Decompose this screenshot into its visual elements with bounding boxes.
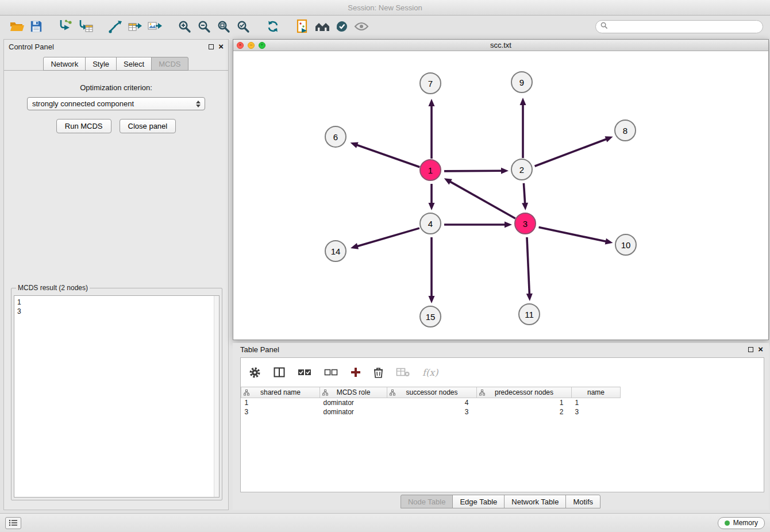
tab-node-table[interactable]: Node Table — [401, 495, 453, 508]
edge-2-8[interactable] — [535, 139, 607, 167]
search-icon — [600, 22, 608, 31]
table-cell[interactable]: 2 — [477, 407, 572, 417]
graph-node-7[interactable]: 7 — [419, 72, 441, 94]
run-mcds-button[interactable]: Run MCDS — [56, 119, 111, 133]
table-cell[interactable]: 1 — [241, 398, 320, 407]
edge-3-10[interactable] — [539, 228, 607, 242]
close-table-panel-icon[interactable]: × — [758, 346, 763, 352]
table-cell[interactable]: 3 — [572, 407, 621, 417]
close-panel-button[interactable]: Close panel — [120, 119, 176, 133]
table-cell[interactable]: 3 — [387, 407, 477, 417]
mcds-result-item: 1 — [17, 298, 216, 307]
zoom-selected-icon[interactable] — [233, 18, 253, 35]
edge-1-2[interactable] — [444, 171, 502, 171]
search-box[interactable] — [595, 20, 763, 33]
select-all-rows-icon[interactable] — [298, 368, 311, 376]
edge-3-1[interactable] — [449, 182, 515, 219]
table-panel: Table Panel × — [233, 343, 769, 510]
export-table-icon[interactable] — [125, 18, 145, 35]
zoom-fit-icon[interactable] — [214, 18, 233, 35]
window-titlebar: Session: New Session — [0, 0, 770, 16]
tab-select[interactable]: Select — [116, 57, 152, 71]
arrowhead-icon — [522, 203, 528, 210]
graph-node-4[interactable]: 4 — [419, 213, 441, 234]
edge-3-11[interactable] — [527, 237, 529, 295]
memory-button[interactable]: Memory — [718, 517, 765, 529]
edge-4-14[interactable] — [357, 228, 419, 246]
float-table-panel-icon[interactable] — [748, 347, 753, 352]
result-scrollbar[interactable] — [214, 296, 219, 497]
dropdown-selected-value: strongly connected component — [32, 99, 194, 108]
column-header-predecessor-nodes[interactable]: predecessor nodes — [477, 387, 572, 398]
edge-2-3[interactable] — [523, 183, 525, 204]
column-header-shared-name[interactable]: shared name — [241, 387, 320, 398]
column-header-name[interactable]: name — [572, 387, 621, 398]
save-session-icon[interactable] — [26, 18, 46, 35]
home-icon[interactable] — [313, 18, 332, 35]
network-canvas[interactable]: 7968124314101511 — [233, 51, 768, 340]
tab-motifs[interactable]: Motifs — [565, 495, 600, 508]
show-panel-list-button[interactable] — [5, 517, 21, 529]
deselect-all-rows-icon[interactable] — [324, 368, 338, 376]
table-cell[interactable]: 1 — [572, 398, 621, 407]
arrowhead-icon — [526, 294, 533, 301]
table-cell[interactable]: dominator — [320, 398, 387, 407]
column-header-successor-nodes[interactable]: successor nodes — [387, 387, 477, 398]
table-header-row: shared name MCDS role successor nodes pr… — [241, 387, 621, 398]
arrowhead-icon — [520, 98, 526, 105]
memory-button-label: Memory — [733, 519, 758, 527]
table-row[interactable]: 3dominator323 — [241, 407, 621, 417]
import-table-icon[interactable] — [76, 18, 95, 35]
table-cell[interactable]: 4 — [387, 398, 477, 407]
graph-node-10[interactable]: 10 — [615, 234, 637, 256]
table-cell[interactable]: 1 — [477, 398, 572, 407]
tab-mcds[interactable]: MCDS — [151, 57, 188, 71]
table-settings-icon[interactable] — [249, 367, 261, 379]
graph-node-1[interactable]: 1 — [419, 159, 441, 181]
float-panel-icon[interactable] — [209, 44, 214, 49]
table-toolbar: f(x) — [241, 358, 764, 387]
cybrowser-icon[interactable] — [293, 18, 313, 35]
mcds-result-title: MCDS result (2 nodes) — [16, 284, 90, 292]
tab-network-table[interactable]: Network Table — [504, 495, 566, 508]
validate-style-icon[interactable] — [332, 18, 352, 35]
show-columns-icon[interactable] — [274, 367, 285, 377]
status-bar: Memory — [0, 513, 770, 532]
refresh-icon[interactable] — [263, 18, 283, 35]
table-row[interactable]: 1dominator411 — [241, 398, 621, 407]
edge-1-6[interactable] — [356, 145, 419, 167]
tab-network[interactable]: Network — [43, 57, 86, 71]
network-from-selection-icon[interactable] — [106, 18, 125, 35]
delete-column-icon[interactable] — [374, 367, 383, 378]
control-panel: Control Panel × Network Style Select MCD… — [3, 39, 229, 510]
graph-node-2[interactable]: 2 — [511, 159, 533, 180]
search-input[interactable] — [611, 22, 758, 30]
function-builder-icon[interactable]: f(x) — [422, 367, 438, 378]
add-column-icon[interactable] — [351, 367, 361, 377]
graph-node-15[interactable]: 15 — [419, 306, 441, 327]
optimization-criterion-label: Optimization criterion: — [4, 83, 228, 92]
show-graphics-details-icon[interactable] — [352, 18, 371, 35]
zoom-in-icon[interactable] — [175, 18, 194, 35]
optimization-dropdown[interactable]: strongly connected component — [27, 97, 205, 110]
column-header-mcds-role[interactable]: MCDS role — [320, 387, 387, 398]
graph-node-6[interactable]: 6 — [325, 126, 346, 148]
graph-node-11[interactable]: 11 — [518, 303, 540, 325]
export-image-icon[interactable] — [145, 18, 164, 35]
tab-style[interactable]: Style — [85, 57, 117, 71]
tab-edge-table[interactable]: Edge Table — [452, 495, 505, 508]
graph-node-3[interactable]: 3 — [514, 213, 536, 234]
close-panel-icon[interactable]: × — [218, 44, 224, 49]
mcds-result-item: 3 — [17, 307, 216, 316]
delete-table-icon[interactable] — [396, 368, 410, 377]
import-network-icon[interactable] — [56, 18, 76, 35]
open-session-icon[interactable] — [7, 18, 26, 35]
table-panel-header: Table Panel × — [233, 343, 769, 356]
table-cell[interactable]: dominator — [320, 407, 387, 417]
table-cell[interactable]: 3 — [241, 407, 320, 417]
graph-node-14[interactable]: 14 — [325, 240, 346, 262]
zoom-out-icon[interactable] — [194, 18, 214, 35]
graph-node-8[interactable]: 8 — [614, 119, 636, 141]
network-window-titlebar[interactable]: × − + scc.txt — [233, 40, 768, 51]
graph-node-9[interactable]: 9 — [511, 71, 533, 93]
